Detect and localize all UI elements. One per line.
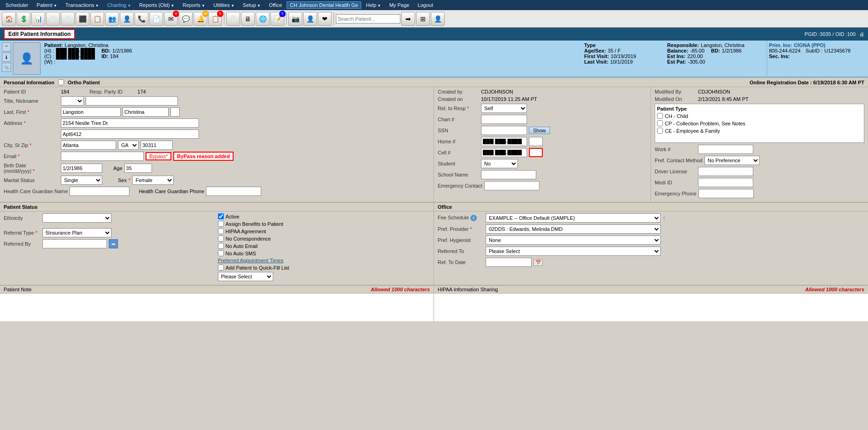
note-icon-btn[interactable]: 📝5 (270, 12, 284, 26)
title-select[interactable]: Mr.Mrs.Ms.Dr. (61, 96, 84, 106)
pref-apt-times-link[interactable]: Preferred Appointment Times (218, 258, 283, 263)
state-select[interactable]: GAALFL (118, 141, 139, 150)
zip-input[interactable] (141, 141, 173, 150)
edit-patient-button[interactable]: Edit Patient Information (4, 29, 75, 39)
referred-to-select[interactable]: Please Select (486, 247, 661, 256)
ce-employee-checkbox[interactable] (657, 128, 663, 134)
home-num-input[interactable] (481, 137, 527, 146)
dollar-icon-btn[interactable]: 💲 (17, 12, 30, 26)
monitor-icon-btn[interactable]: 🖥 (241, 12, 255, 26)
medi-id-input[interactable] (698, 178, 753, 187)
rel-resp-select[interactable]: SelfSpouseChildOther (481, 104, 527, 113)
search-go-btn[interactable]: ➡ (401, 12, 415, 26)
work-num-input[interactable] (698, 145, 753, 154)
implant-icon-btn[interactable]: ⬛ (76, 12, 89, 26)
no-correspondence-checkbox[interactable] (218, 236, 224, 242)
ch-child-checkbox[interactable] (657, 113, 663, 119)
ortho-patient-checkbox[interactable] (58, 79, 64, 85)
bypass-button[interactable]: Bypass* (146, 152, 171, 160)
cell-num-input[interactable] (481, 148, 527, 157)
guardian-phone-input[interactable] (206, 187, 261, 196)
addperson-icon-btn[interactable]: 👤 (120, 12, 134, 26)
chart-icon-btn[interactable]: 📋 (90, 12, 104, 26)
middle-initial-input[interactable] (170, 107, 180, 117)
quick-fill-select[interactable]: Please Select (218, 272, 273, 281)
fee-schedule-info-icon[interactable]: i (470, 215, 477, 221)
chart-num-input[interactable] (481, 115, 527, 124)
search-patient-input[interactable] (336, 14, 400, 24)
recall-icon-btn[interactable]: 📋0 (208, 12, 222, 26)
adduser-icon-btn[interactable]: 👤 (431, 12, 445, 26)
home-icon-btn[interactable]: 🏠 (2, 12, 16, 26)
nickname-input[interactable] (86, 96, 178, 106)
menu-transactions[interactable]: Transactions (62, 1, 103, 9)
menu-scheduler[interactable]: Scheduler (2, 1, 32, 9)
phone-icon-btn[interactable]: 📞 (135, 12, 148, 26)
bell-icon-btn[interactable]: 🔔48 (194, 12, 207, 26)
tooth3-icon-btn[interactable]: 🦷 (226, 12, 240, 26)
active-checkbox[interactable] (218, 213, 224, 219)
sms-icon-btn[interactable]: 💬 (179, 12, 193, 26)
first-name-input[interactable] (123, 107, 169, 117)
people-icon-btn[interactable]: 👥 (105, 12, 119, 26)
hipaa-note-textarea[interactable] (434, 294, 868, 321)
pref-contact-select[interactable]: No PreferencePhoneEmailText (704, 156, 760, 165)
assign-benefits-checkbox[interactable] (218, 221, 224, 227)
info-side-icon[interactable]: ℹ (2, 53, 11, 62)
referred-by-arrow-btn[interactable]: ➡ (109, 239, 118, 248)
city-input[interactable] (61, 141, 116, 150)
cell-ext-input[interactable] (529, 148, 543, 157)
referred-by-input[interactable] (42, 239, 107, 248)
menu-help[interactable]: Help (362, 1, 385, 9)
hipaa-checkbox[interactable] (218, 228, 224, 234)
heartrate-icon-btn[interactable]: ❤ (318, 12, 332, 26)
globe-icon-btn[interactable]: 🌐 (256, 12, 270, 26)
ssn-input[interactable] (481, 126, 527, 135)
birthdate-input[interactable] (61, 164, 102, 173)
menu-mypage[interactable]: My Page (386, 1, 413, 9)
menu-charting[interactable]: Charting (104, 1, 135, 9)
fee-schedule-select[interactable]: EXAMPLE -- Office Default (SAMPLE) (486, 213, 661, 223)
docs-icon-btn[interactable]: 📄 (149, 12, 163, 26)
home-ext-input[interactable] (529, 137, 543, 146)
last-name-input[interactable] (61, 107, 121, 117)
email-input[interactable] (61, 152, 144, 161)
age-input[interactable] (124, 164, 152, 173)
show-ssn-button[interactable]: Show (529, 127, 550, 134)
menu-logout[interactable]: Logout (414, 1, 437, 9)
address1-input[interactable] (61, 118, 199, 128)
cp-collection-checkbox[interactable] (657, 120, 663, 126)
patient-type-scroll[interactable]: CH - Child CP - Collection Problem, See … (657, 113, 862, 141)
sex-select[interactable]: FemaleMaleOther (132, 176, 174, 185)
menu-reports[interactable]: Reports (179, 1, 209, 9)
patient-note-textarea[interactable] (0, 294, 434, 321)
print-icon[interactable]: 🖨 (859, 31, 864, 37)
quick-fill-checkbox[interactable] (218, 265, 224, 271)
no-auto-email-checkbox[interactable] (218, 243, 224, 249)
pref-provider-select[interactable]: 02DDS : Edwards, Melinda DMD (486, 224, 661, 234)
calendar-button[interactable]: 📅 (534, 259, 543, 266)
menu-utilities[interactable]: Utilities (210, 1, 238, 9)
emergency-contact-input[interactable] (484, 181, 540, 190)
pref-hygienist-select[interactable]: None (486, 236, 661, 245)
address2-input[interactable] (61, 130, 199, 139)
paperclip-icon[interactable]: 📎 (2, 63, 11, 72)
driver-license-input[interactable] (698, 167, 753, 176)
envelope-icon-btn[interactable]: ✉0 (164, 12, 178, 26)
menu-office[interactable]: Office (265, 1, 286, 9)
person2-icon-btn[interactable]: 👤 (303, 12, 317, 26)
grid-icon-btn[interactable]: ⊞ (416, 12, 430, 26)
collapse-icon[interactable]: ⌃ (2, 42, 11, 52)
ledger-icon-btn[interactable]: 📊 (31, 12, 45, 26)
marital-select[interactable]: SingleMarriedDivorcedWidowed (61, 176, 102, 185)
tooth2-icon-btn[interactable]: 🦷 (61, 12, 75, 26)
menu-patient[interactable]: Patient (33, 1, 61, 9)
menu-setup[interactable]: Setup (239, 1, 264, 9)
school-name-input[interactable] (481, 170, 536, 179)
student-select[interactable]: NoYes (481, 159, 518, 168)
tooth-icon-btn[interactable]: 🦷 (46, 12, 60, 26)
menu-reports-old[interactable]: Reports (Old) (135, 1, 178, 9)
guardian-input[interactable] (70, 187, 129, 196)
ref-to-date-input[interactable] (486, 258, 532, 267)
camera-icon-btn[interactable]: 📷 (288, 12, 302, 26)
